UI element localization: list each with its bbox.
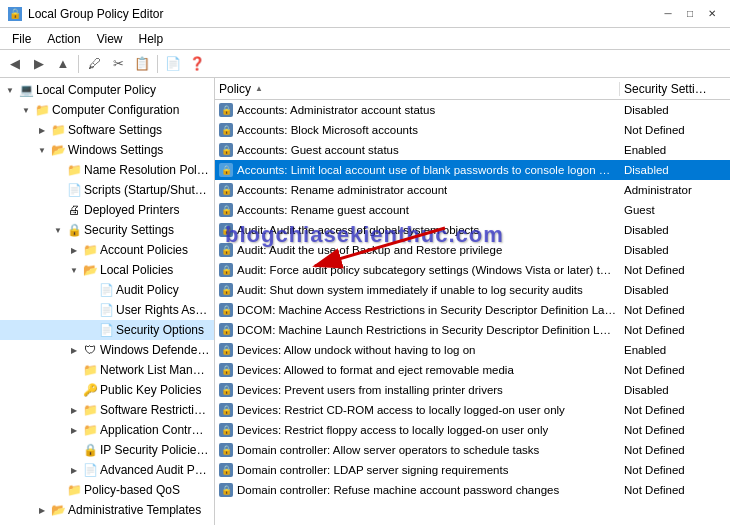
tree-item-public-key-policies[interactable]: 🔑Public Key Policies bbox=[0, 380, 214, 400]
close-button[interactable]: ✕ bbox=[702, 5, 722, 23]
tree-toggle-user-rights[interactable] bbox=[82, 302, 98, 318]
forward-button[interactable]: ▶ bbox=[28, 53, 50, 75]
menu-file[interactable]: File bbox=[4, 30, 39, 48]
export-button[interactable]: 📄 bbox=[162, 53, 184, 75]
tree-toggle-local-policies[interactable]: ▼ bbox=[66, 262, 82, 278]
properties-button[interactable]: 📋 bbox=[131, 53, 153, 75]
toolbar-sep-1 bbox=[78, 55, 79, 73]
delete-button[interactable]: ✂ bbox=[107, 53, 129, 75]
tree-label-policy-based-qos: Policy-based QoS bbox=[84, 483, 180, 497]
menu-help[interactable]: Help bbox=[131, 30, 172, 48]
policy-row[interactable]: 🔒Domain controller: Allow server operato… bbox=[215, 440, 730, 460]
policy-row[interactable]: 🔒Accounts: Guest account statusEnabled bbox=[215, 140, 730, 160]
policy-setting-value: Not Defined bbox=[620, 364, 730, 376]
tree-item-software-restriction[interactable]: ▶📁Software Restriction P… bbox=[0, 400, 214, 420]
tree-toggle-local-computer-policy[interactable]: ▼ bbox=[2, 82, 18, 98]
tree-item-scripts[interactable]: 📄Scripts (Startup/Shutdow… bbox=[0, 180, 214, 200]
tree-item-computer-config[interactable]: ▼📁Computer Configuration bbox=[0, 100, 214, 120]
policy-icon: 🔒 bbox=[219, 223, 233, 237]
tree-item-security-settings[interactable]: ▼🔒Security Settings bbox=[0, 220, 214, 240]
tree-item-local-policies[interactable]: ▼📂Local Policies bbox=[0, 260, 214, 280]
policy-row[interactable]: 🔒DCOM: Machine Access Restrictions in Se… bbox=[215, 300, 730, 320]
tree-toggle-ip-security-policies[interactable] bbox=[66, 442, 82, 458]
policy-column-header[interactable]: Policy ▲ bbox=[215, 82, 620, 96]
tree-toggle-windows-settings[interactable]: ▼ bbox=[34, 142, 50, 158]
policy-setting-value: Disabled bbox=[620, 164, 730, 176]
policy-row[interactable]: 🔒Devices: Restrict CD-ROM access to loca… bbox=[215, 400, 730, 420]
tree-item-local-computer-policy[interactable]: ▼💻Local Computer Policy bbox=[0, 80, 214, 100]
show-hide-button[interactable]: 🖊 bbox=[83, 53, 105, 75]
menu-view[interactable]: View bbox=[89, 30, 131, 48]
tree-icon-local-computer-policy: 💻 bbox=[18, 82, 34, 98]
tree-toggle-security-options[interactable] bbox=[82, 322, 98, 338]
tree-item-windows-settings[interactable]: ▼📂Windows Settings bbox=[0, 140, 214, 160]
tree-icon-software-settings: 📁 bbox=[50, 122, 66, 138]
tree-toggle-account-policies[interactable]: ▶ bbox=[66, 242, 82, 258]
tree-item-security-options[interactable]: 📄Security Options bbox=[0, 320, 214, 340]
tree-item-policy-based-qos[interactable]: 📁Policy-based QoS bbox=[0, 480, 214, 500]
tree-item-network-list-manager[interactable]: 📁Network List Manager… bbox=[0, 360, 214, 380]
tree-item-name-resolution[interactable]: 📁Name Resolution Policy bbox=[0, 160, 214, 180]
policy-row[interactable]: 🔒Audit: Force audit policy subcategory s… bbox=[215, 260, 730, 280]
policy-row[interactable]: 🔒Accounts: Limit local account use of bl… bbox=[215, 160, 730, 180]
tree-label-user-rights: User Rights Assign… bbox=[116, 303, 210, 317]
tree-toggle-deployed-printers[interactable] bbox=[50, 202, 66, 218]
policy-row[interactable]: 🔒DCOM: Machine Launch Restrictions in Se… bbox=[215, 320, 730, 340]
policy-row[interactable]: 🔒Accounts: Rename guest accountGuest bbox=[215, 200, 730, 220]
tree-toggle-policy-based-qos[interactable] bbox=[50, 482, 66, 498]
tree-item-deployed-printers[interactable]: 🖨Deployed Printers bbox=[0, 200, 214, 220]
policy-row[interactable]: 🔒Accounts: Block Microsoft accountsNot D… bbox=[215, 120, 730, 140]
policy-row[interactable]: 🔒Devices: Allow undock without having to… bbox=[215, 340, 730, 360]
minimize-button[interactable]: ─ bbox=[658, 5, 678, 23]
policy-row[interactable]: 🔒Devices: Restrict floppy access to loca… bbox=[215, 420, 730, 440]
policy-icon: 🔒 bbox=[219, 163, 233, 177]
tree-toggle-security-settings[interactable]: ▼ bbox=[50, 222, 66, 238]
tree-toggle-scripts[interactable] bbox=[50, 182, 66, 198]
tree-toggle-name-resolution[interactable] bbox=[50, 162, 66, 178]
tree-item-windows-defender-fw[interactable]: ▶🛡Windows Defender Fir… bbox=[0, 340, 214, 360]
policy-row[interactable]: 🔒Devices: Allowed to format and eject re… bbox=[215, 360, 730, 380]
tree-toggle-advanced-audit[interactable]: ▶ bbox=[66, 462, 82, 478]
tree-label-ip-security-policies: IP Security Policies on … bbox=[100, 443, 210, 457]
tree-item-advanced-audit[interactable]: ▶📄Advanced Audit Policy… bbox=[0, 460, 214, 480]
policy-row[interactable]: 🔒Devices: Prevent users from installing … bbox=[215, 380, 730, 400]
tree-item-ip-security-policies[interactable]: 🔒IP Security Policies on … bbox=[0, 440, 214, 460]
policy-name: Accounts: Administrator account status bbox=[237, 104, 435, 116]
policy-list[interactable]: 🔒Accounts: Administrator account statusD… bbox=[215, 100, 730, 525]
policy-cell-name: 🔒Domain controller: Allow server operato… bbox=[215, 443, 620, 457]
tree-item-admin-templates[interactable]: ▶📂Administrative Templates bbox=[0, 500, 214, 520]
maximize-button[interactable]: □ bbox=[680, 5, 700, 23]
tree-toggle-network-list-manager[interactable] bbox=[66, 362, 82, 378]
policy-name: Devices: Restrict CD-ROM access to local… bbox=[237, 404, 565, 416]
tree-item-account-policies[interactable]: ▶📁Account Policies bbox=[0, 240, 214, 260]
policy-row[interactable]: 🔒Accounts: Rename administrator accountA… bbox=[215, 180, 730, 200]
tree-item-software-settings[interactable]: ▶📁Software Settings bbox=[0, 120, 214, 140]
tree-item-audit-policy[interactable]: 📄Audit Policy bbox=[0, 280, 214, 300]
policy-row[interactable]: 🔒Domain controller: Refuse machine accou… bbox=[215, 480, 730, 500]
tree-item-user-rights[interactable]: 📄User Rights Assign… bbox=[0, 300, 214, 320]
back-button[interactable]: ◀ bbox=[4, 53, 26, 75]
tree-panel[interactable]: ▼💻Local Computer Policy▼📁Computer Config… bbox=[0, 78, 215, 525]
tree-toggle-software-settings[interactable]: ▶ bbox=[34, 122, 50, 138]
policy-row[interactable]: 🔒Accounts: Administrator account statusD… bbox=[215, 100, 730, 120]
policy-icon: 🔒 bbox=[219, 463, 233, 477]
setting-column-header[interactable]: Security Setti… bbox=[620, 82, 730, 96]
policy-row[interactable]: 🔒Audit: Audit the access of global syste… bbox=[215, 220, 730, 240]
tree-toggle-windows-defender-fw[interactable]: ▶ bbox=[66, 342, 82, 358]
tree-item-application-control[interactable]: ▶📁Application Control Po… bbox=[0, 420, 214, 440]
menu-action[interactable]: Action bbox=[39, 30, 88, 48]
tree-toggle-software-restriction[interactable]: ▶ bbox=[66, 402, 82, 418]
policy-row[interactable]: 🔒Domain controller: LDAP server signing … bbox=[215, 460, 730, 480]
tree-toggle-public-key-policies[interactable] bbox=[66, 382, 82, 398]
tree-toggle-computer-config[interactable]: ▼ bbox=[18, 102, 34, 118]
policy-icon: 🔒 bbox=[219, 363, 233, 377]
policy-icon: 🔒 bbox=[219, 183, 233, 197]
policy-name: DCOM: Machine Access Restrictions in Sec… bbox=[237, 304, 616, 316]
policy-row[interactable]: 🔒Audit: Audit the use of Backup and Rest… bbox=[215, 240, 730, 260]
tree-toggle-application-control[interactable]: ▶ bbox=[66, 422, 82, 438]
tree-toggle-admin-templates[interactable]: ▶ bbox=[34, 502, 50, 518]
tree-toggle-audit-policy[interactable] bbox=[82, 282, 98, 298]
policy-row[interactable]: 🔒Audit: Shut down system immediately if … bbox=[215, 280, 730, 300]
help-button[interactable]: ❓ bbox=[186, 53, 208, 75]
up-button[interactable]: ▲ bbox=[52, 53, 74, 75]
